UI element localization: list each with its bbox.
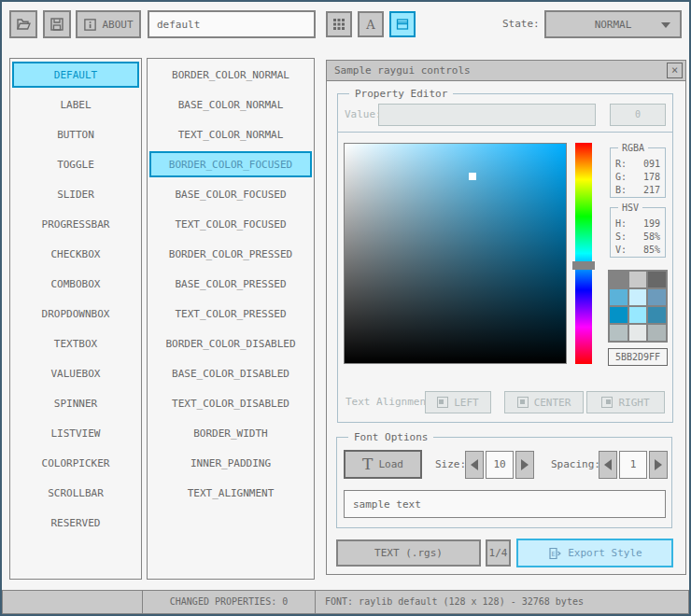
value-button[interactable]: 0 xyxy=(610,104,666,126)
palette-swatch[interactable] xyxy=(629,289,647,305)
list-item-label[interactable]: LABEL xyxy=(12,91,139,118)
palette-swatch[interactable] xyxy=(610,325,628,341)
export-style-label: Export Style xyxy=(568,547,642,559)
align-right-icon xyxy=(601,397,613,408)
list-item-border_color_focused[interactable]: BORDER_COLOR_FOCUSED xyxy=(149,151,312,177)
list-item-base_color_normal[interactable]: BASE_COLOR_NORMAL xyxy=(149,91,312,118)
palette-swatch[interactable] xyxy=(610,289,628,305)
palette-swatch[interactable] xyxy=(648,307,666,323)
list-item-textbox[interactable]: TEXTBOX xyxy=(12,330,139,357)
list-item-base_color_focused[interactable]: BASE_COLOR_FOCUSED xyxy=(149,181,312,207)
save-style-button[interactable] xyxy=(43,10,71,38)
align-left-button[interactable]: LEFT xyxy=(425,391,491,413)
status-empty-section xyxy=(2,590,143,614)
color-picker-marker[interactable] xyxy=(469,173,476,180)
list-item-base_color_disabled[interactable]: BASE_COLOR_DISABLED xyxy=(149,360,312,386)
list-item-text_alignment[interactable]: TEXT_ALIGNMENT xyxy=(149,480,312,506)
list-item-dropdownbox[interactable]: DROPDOWNBOX xyxy=(12,301,139,327)
svg-text:A: A xyxy=(365,18,375,32)
spacing-value[interactable]: 1 xyxy=(619,451,647,479)
status-changed-properties: CHANGED PROPERTIES: 0 xyxy=(142,590,316,614)
font-a-icon: A xyxy=(363,17,378,32)
export-file-icon: E xyxy=(547,546,562,561)
value-label: Value: xyxy=(345,104,382,126)
list-item-colorpicker[interactable]: COLORPICKER xyxy=(12,450,139,476)
color-component-row: B:217 xyxy=(615,184,660,197)
export-style-button[interactable]: E Export Style xyxy=(516,539,673,567)
format-page-button[interactable]: 1/4 xyxy=(486,539,511,567)
palette-swatch[interactable] xyxy=(629,272,647,287)
window-mode-button[interactable] xyxy=(389,11,416,37)
align-center-icon xyxy=(517,397,529,408)
list-item-default[interactable]: DEFAULT xyxy=(12,62,139,88)
palette-swatch[interactable] xyxy=(629,325,647,341)
list-item-border_color_pressed[interactable]: BORDER_COLOR_PRESSED xyxy=(149,241,312,267)
load-font-button[interactable]: T Load xyxy=(344,450,422,479)
palette-swatch[interactable] xyxy=(629,307,647,323)
hex-color-value[interactable]: 5BB2D9FF xyxy=(608,348,668,366)
size-decrease-button[interactable] xyxy=(465,451,484,479)
list-item-scrollbar[interactable]: SCROLLBAR xyxy=(12,480,139,506)
list-item-border_color_normal[interactable]: BORDER_COLOR_NORMAL xyxy=(149,62,312,88)
list-item-button[interactable]: BUTTON xyxy=(12,121,139,147)
state-dropdown[interactable]: NORMAL xyxy=(544,10,682,38)
grid-mode-button[interactable] xyxy=(326,11,352,37)
about-button[interactable]: ABOUT xyxy=(76,10,141,38)
palette-swatch[interactable] xyxy=(610,272,628,287)
align-left-icon xyxy=(437,397,448,408)
spacing-decrease-button[interactable] xyxy=(599,451,617,479)
hue-bar[interactable] xyxy=(575,143,592,364)
window-title: Sample raygui controls xyxy=(327,61,685,81)
sample-text-input[interactable] xyxy=(344,490,666,518)
list-item-spinner[interactable]: SPINNER xyxy=(12,390,139,416)
palette-swatch[interactable] xyxy=(648,325,666,341)
size-label: Size: xyxy=(435,450,466,479)
list-item-toggle[interactable]: TOGGLE xyxy=(12,151,139,177)
align-center-button[interactable]: CENTER xyxy=(504,391,584,413)
list-item-inner_padding[interactable]: INNER_PADDING xyxy=(149,450,312,476)
list-item-text_color_focused[interactable]: TEXT_COLOR_FOCUSED xyxy=(149,211,312,237)
state-dropdown-value: NORMAL xyxy=(595,19,632,31)
list-item-border_width[interactable]: BORDER_WIDTH xyxy=(149,420,312,446)
hue-slider-handle[interactable] xyxy=(572,261,595,270)
list-item-progressbar[interactable]: PROGRESSBAR xyxy=(12,211,139,237)
triangle-left-icon xyxy=(604,459,612,470)
palette-swatch[interactable] xyxy=(648,289,666,305)
property-editor-label: Property Editor xyxy=(349,88,453,100)
color-component-row: H:199 xyxy=(615,217,660,231)
color-component-row: G:178 xyxy=(615,171,660,184)
color-component-row: V:85% xyxy=(615,244,660,257)
list-item-listview[interactable]: LISTVIEW xyxy=(12,420,139,446)
export-format-button[interactable]: TEXT (.rgs) xyxy=(336,539,481,567)
list-item-text_color_normal[interactable]: TEXT_COLOR_NORMAL xyxy=(149,121,312,147)
open-style-button[interactable] xyxy=(9,10,37,38)
about-label: ABOUT xyxy=(102,19,133,31)
list-item-checkbox[interactable]: CHECKBOX xyxy=(12,241,139,267)
list-item-valuebox[interactable]: VALUEBOX xyxy=(12,360,139,386)
align-right-button[interactable]: RIGHT xyxy=(586,391,665,413)
list-item-border_color_disabled[interactable]: BORDER_COLOR_DISABLED xyxy=(149,330,312,357)
value-input[interactable] xyxy=(378,104,596,126)
property-editor-separator xyxy=(337,132,673,133)
info-icon xyxy=(83,18,97,32)
spacing-increase-button[interactable] xyxy=(649,451,668,479)
list-item-base_color_pressed[interactable]: BASE_COLOR_PRESSED xyxy=(149,271,312,297)
style-name-input[interactable] xyxy=(148,10,316,38)
list-item-text_color_pressed[interactable]: TEXT_COLOR_PRESSED xyxy=(149,301,312,327)
size-value[interactable]: 10 xyxy=(486,451,514,479)
color-saturation-value-panel[interactable] xyxy=(344,143,567,364)
palette-swatch[interactable] xyxy=(648,272,666,287)
hsv-label: HSV xyxy=(618,203,642,213)
close-button[interactable]: × xyxy=(667,63,683,78)
align-center-label: CENTER xyxy=(534,397,571,409)
list-item-slider[interactable]: SLIDER xyxy=(12,181,139,207)
list-item-text_color_disabled[interactable]: TEXT_COLOR_DISABLED xyxy=(149,390,312,416)
font-mode-button[interactable]: A xyxy=(358,11,384,37)
list-item-reserved[interactable]: RESERVED xyxy=(12,510,139,536)
size-increase-button[interactable] xyxy=(515,451,534,479)
palette-swatch[interactable] xyxy=(610,307,628,323)
save-floppy-icon xyxy=(49,17,64,32)
sample-controls-window: Sample raygui controls × Property Editor… xyxy=(326,60,686,575)
list-item-combobox[interactable]: COMBOBOX xyxy=(12,271,139,297)
close-icon: × xyxy=(671,63,678,77)
